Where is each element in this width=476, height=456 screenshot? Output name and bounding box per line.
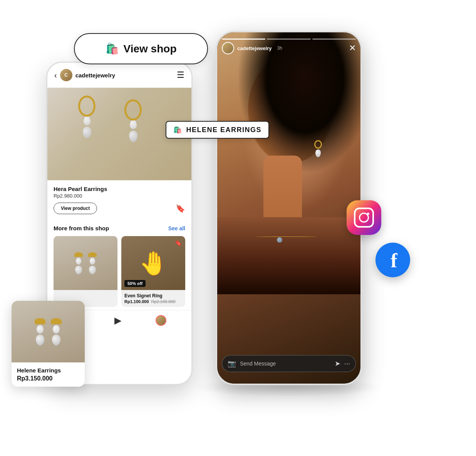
main-product-price: Rp2.980.000 <box>54 193 185 199</box>
shop-avatar: C <box>60 69 72 81</box>
main-product-title: Hera Pearl Earrings <box>54 186 185 192</box>
earring-hoop-right <box>124 99 142 121</box>
floating-earring-1 <box>35 318 45 345</box>
see-all-link[interactable]: See all <box>168 225 185 231</box>
story-header: cadettejewelry 3h ✕ <box>217 32 360 58</box>
floating-earring-top-2 <box>51 318 62 324</box>
floating-card-title: Helene Earrings <box>17 367 79 374</box>
main-product-card: Hera Pearl Earrings Rp2.980.000 View pro… <box>47 88 191 220</box>
earring-mini-top-1 <box>74 252 83 257</box>
product-tag[interactable]: 🛍️ HELENE EARRINGS <box>166 121 269 139</box>
more-header: More from this shop See all <box>54 225 185 231</box>
earring-pearl-right <box>130 120 137 129</box>
more-card-1-image <box>54 236 117 290</box>
progress-bar-3 <box>312 39 356 40</box>
earring-mini-pearl2-2 <box>89 266 96 274</box>
earring-mini-pearl1-2 <box>90 258 95 265</box>
back-button[interactable]: ‹ <box>54 71 57 80</box>
earring-right-decoration <box>124 99 142 142</box>
play-nav-icon[interactable]: ▶ <box>114 315 121 326</box>
shop-header: ‹ C cadettejewelry ☰ <box>47 63 191 88</box>
model-earring-pearl <box>315 149 321 157</box>
facebook-f-letter: f <box>391 251 397 271</box>
earring-mini-pearl1-1 <box>76 258 81 265</box>
more-from-shop-section: More from this shop See all <box>47 220 191 310</box>
earring-mini-item-1 <box>74 252 83 274</box>
story-user-left: cadettejewelry 3h <box>222 42 282 54</box>
instagram-icon[interactable] <box>347 200 381 235</box>
necklace <box>256 236 317 237</box>
story-user-row: cadettejewelry 3h ✕ <box>217 42 360 58</box>
model-earring <box>314 140 322 157</box>
earring-hoop-left <box>78 96 96 117</box>
view-shop-button[interactable]: 🛍️ View shop <box>74 33 208 64</box>
send-arrow-icon[interactable]: ➤ <box>335 359 340 368</box>
more-card-2-info: Even Signet Ring Rp1.100.000 Rp2.100.000 <box>121 290 185 307</box>
menu-icon[interactable]: ☰ <box>177 70 184 80</box>
model-earring-hoop <box>314 140 322 149</box>
earring-mini-1 <box>74 252 97 274</box>
more-options-icon[interactable]: ··· <box>344 360 350 368</box>
progress-bar-1 <box>222 39 265 40</box>
earring-drop-left <box>83 127 91 138</box>
floating-earring-pearl2 <box>36 335 44 345</box>
send-message-placeholder: Send Message <box>240 360 331 367</box>
earring-bg-1 <box>54 236 117 290</box>
view-shop-label: View shop <box>124 43 177 55</box>
floating-product-card[interactable]: Helene Earrings Rp3.150.000 <box>12 301 85 387</box>
earring-mini-item-2 <box>88 252 97 274</box>
hand-ring-decoration: 🤚 <box>139 250 168 277</box>
earring-mini-top-2 <box>88 252 97 257</box>
more-products-grid: 🤚 50% off Even Signet Ring Rp1.100.000 R… <box>54 236 185 307</box>
send-message-bar[interactable]: 📷 Send Message ➤ ··· <box>222 355 356 372</box>
floating-card-info: Helene Earrings Rp3.150.000 <box>12 362 85 387</box>
tag-bag-icon: 🛍️ <box>173 126 183 134</box>
more-title: More from this shop <box>54 225 109 231</box>
view-product-button[interactable]: View product <box>54 203 97 214</box>
profile-avatar[interactable] <box>156 315 166 326</box>
bookmark-icon[interactable]: 🔖 <box>176 204 185 213</box>
floating-earring-pearl1-2 <box>53 325 60 334</box>
more-card-2-title: Even Signet Ring <box>124 293 182 298</box>
floating-earring-2 <box>51 318 62 345</box>
story-close-button[interactable]: ✕ <box>349 43 356 53</box>
story-avatar[interactable] <box>222 42 234 54</box>
scene: 🛍️ View shop 🛍️ HELENE EARRINGS ‹ C cade… <box>0 0 476 456</box>
discount-badge: 50% off <box>124 280 146 287</box>
floating-card-price: Rp3.150.000 <box>17 375 79 382</box>
floating-earring-decoration <box>35 318 62 345</box>
earring-drop-right <box>129 131 137 142</box>
more-card-2-price: Rp1.100.000 <box>124 299 149 304</box>
right-phone: cadettejewelry 3h ✕ 📷 Send Message ➤ ··· <box>216 31 362 385</box>
story-progress-bars <box>217 32 360 42</box>
send-icons: ➤ ··· <box>335 359 350 368</box>
earring-mini-pearl2-1 <box>75 266 82 274</box>
more-card-2-bookmark[interactable]: 🔖 <box>174 239 182 246</box>
more-card-2[interactable]: 🤚 50% off Even Signet Ring Rp1.100.000 R… <box>121 236 185 307</box>
necklace-pendant <box>277 237 282 243</box>
camera-icon: 📷 <box>228 359 236 368</box>
story-time: 3h <box>277 45 282 51</box>
story-background <box>217 32 360 384</box>
more-card-2-price-old: Rp2.100.000 <box>151 299 176 304</box>
floating-card-image <box>12 301 85 362</box>
floating-earring-pearl1 <box>37 325 44 334</box>
more-card-2-price-row: Rp1.100.000 Rp2.100.000 <box>124 299 182 304</box>
product-tag-label: HELENE EARRINGS <box>186 126 262 134</box>
floating-earring-pearl2-2 <box>52 335 60 345</box>
earring-left-decoration <box>78 96 96 138</box>
shop-name-label: cadettejewelry <box>75 72 115 79</box>
facebook-icon[interactable]: f <box>375 243 410 277</box>
product-actions: View product 🔖 <box>54 203 185 214</box>
floating-earring-top-1 <box>35 318 45 324</box>
earring-pearl-left <box>84 116 91 125</box>
instagram-inner-graphic <box>354 208 374 228</box>
progress-bar-2 <box>267 39 310 40</box>
story-footer: 📷 Send Message ➤ ··· <box>217 349 360 384</box>
story-username: cadettejewelry <box>237 45 272 51</box>
main-product-info: Hera Pearl Earrings Rp2.980.000 View pro… <box>47 180 191 220</box>
shop-bag-icon: 🛍️ <box>106 42 119 55</box>
shoulder-area <box>217 217 360 294</box>
more-card-1[interactable] <box>54 236 117 307</box>
